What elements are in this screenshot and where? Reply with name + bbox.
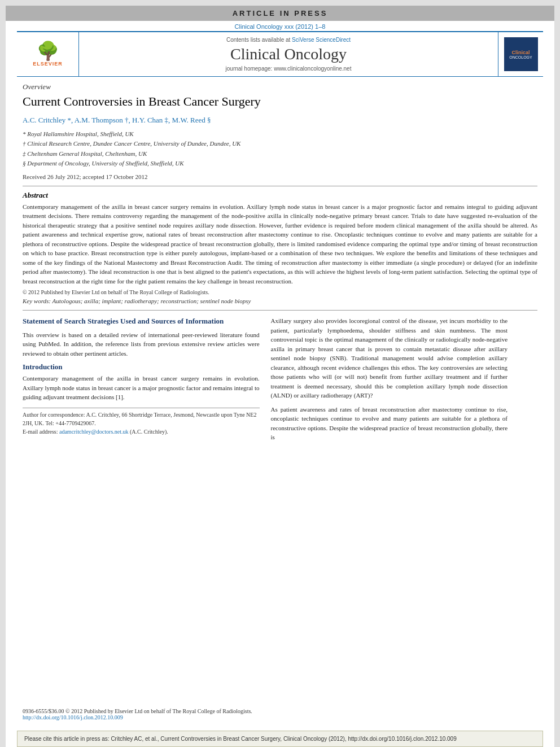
article-content: Overview Current Controversies in Breast… (6, 77, 554, 706)
email-label: E-mail address: (23, 429, 59, 435)
affiliation-2: † Clinical Research Centre, Dundee Cance… (23, 139, 537, 149)
journal-ref: Clinical Oncology xxx (2012) 1–8 (6, 21, 554, 31)
section-right-text-2: As patient awareness and rates of breast… (271, 405, 508, 442)
section1-text: This overview is based on a detailed rev… (23, 330, 260, 359)
footer-doi[interactable]: http://dx.doi.org/10.1016/j.clon.2012.10… (23, 714, 537, 720)
article-title: Current Controversies in Breast Cancer S… (23, 94, 537, 110)
cite-banner-text: Please cite this article in press as: Cr… (24, 736, 457, 742)
homepage-label: journal homepage: (226, 65, 274, 72)
col-left: Statement of Search Strategies Used and … (23, 316, 260, 447)
sciverse-text: Contents lists available at (226, 37, 292, 43)
homepage-url[interactable]: www.clinicaloncologyonline.net (274, 65, 351, 72)
abstract-title: Abstract (23, 191, 537, 200)
footnote-email: E-mail address: adamcritchley@doctors.ne… (23, 427, 260, 436)
keywords-line: Key words: Autologous; axilla; implant; … (23, 298, 537, 304)
journal-logo-box: Clinical ONCOLOGY (504, 37, 538, 71)
received-line: Received 26 July 2012; accepted 17 Octob… (23, 173, 537, 180)
tree-icon: 🌳 (37, 42, 59, 60)
affiliation-3: ‡ Cheltenham General Hospital, Cheltenha… (23, 149, 537, 159)
page-footer: 0936-6555/$36.00 © 2012 Published by Els… (6, 706, 554, 725)
elsevier-logo: 🌳 ELSEVIER (17, 32, 79, 76)
journal-center: Contents lists available at SciVerse Sci… (79, 32, 498, 76)
section2-text: Contemporary management of the axilla in… (23, 374, 260, 402)
banner-text: ARTICLE IN PRESS (233, 9, 328, 18)
section-right-text: Axillary surgery also provides locoregio… (271, 316, 508, 400)
article-in-press-banner: ARTICLE IN PRESS (6, 6, 554, 21)
abstract-section: Abstract Contemporary management of the … (23, 191, 537, 305)
section2-title: Introduction (23, 362, 260, 372)
journal-logo-right: Clinical ONCOLOGY (498, 32, 543, 76)
copyright-line: © 2012 Published by Elsevier Ltd on beha… (23, 289, 537, 295)
abstract-text: Contemporary management of the axilla in… (23, 202, 537, 286)
email-suffix: (A.C. Critchley). (130, 429, 168, 435)
email-link[interactable]: adamcritchley@doctors.net.uk (59, 429, 129, 435)
divider-1 (23, 186, 537, 186)
authors: A.C. Critchley *, A.M. Thompson †, H.Y. … (23, 116, 537, 125)
journal-homepage: journal homepage: www.clinicaloncologyon… (226, 65, 352, 72)
footer-issn: 0936-6555/$36.00 © 2012 Published by Els… (23, 708, 537, 714)
affiliations: * Royal Hallamshire Hospital, Sheffield,… (23, 129, 537, 169)
journal-header: 🌳 ELSEVIER Contents lists available at S… (17, 31, 543, 77)
article-type: Overview (23, 82, 537, 91)
affiliation-4: § Department of Oncology, University of … (23, 159, 537, 169)
divider-2 (23, 310, 537, 311)
cite-banner: Please cite this article in press as: Cr… (17, 731, 543, 747)
section1-title: Statement of Search Strategies Used and … (23, 316, 260, 326)
page: ARTICLE IN PRESS Clinical Oncology xxx (… (6, 6, 554, 747)
footnote-text: Author for correspondence: A.C. Critchle… (23, 412, 256, 426)
footnote-area: Author for correspondence: A.C. Critchle… (23, 408, 260, 436)
journal-title: Clinical Oncology (230, 45, 347, 63)
two-col-layout: Statement of Search Strategies Used and … (23, 316, 537, 447)
sciverse-line: Contents lists available at SciVerse Sci… (226, 37, 351, 43)
sciverse-link[interactable]: SciVerse ScienceDirect (292, 37, 351, 43)
col-right: Axillary surgery also provides locoregio… (271, 316, 508, 447)
journal-ref-text: Clinical Oncology xxx (2012) 1–8 (235, 23, 326, 30)
footnote-correspondence: Author for correspondence: A.C. Critchle… (23, 410, 260, 427)
elsevier-name: ELSEVIER (33, 61, 63, 67)
affiliation-1: * Royal Hallamshire Hospital, Sheffield,… (23, 129, 537, 139)
